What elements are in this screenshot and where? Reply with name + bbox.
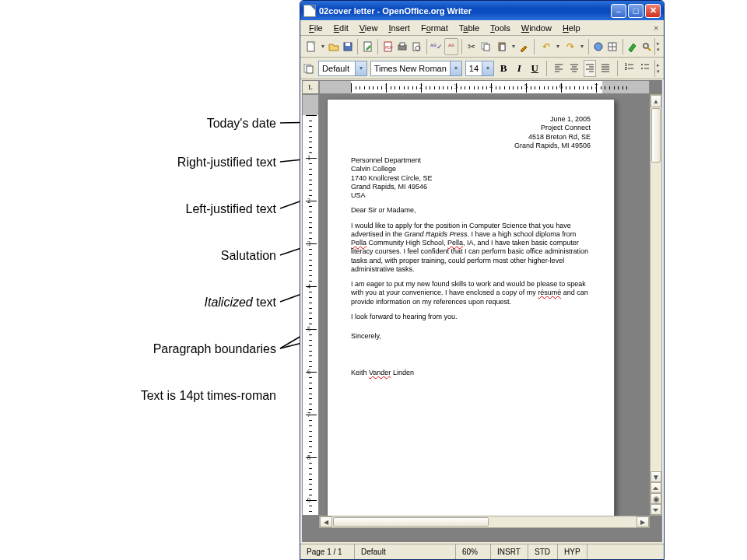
numbered-list-button[interactable]: 12 — [623, 60, 636, 77]
document-text[interactable]: June 1, 2005 Project Connect 4518 Breton… — [351, 115, 591, 516]
scroll-left-button[interactable]: ◀ — [320, 516, 332, 527]
format-paintbrush-button[interactable] — [517, 38, 531, 55]
bullet-list-button[interactable] — [639, 60, 651, 77]
status-hyp[interactable]: HYP — [558, 544, 587, 559]
annot-paragraph-boundaries: Paragraph boundaries — [153, 342, 276, 356]
print-button[interactable] — [395, 38, 409, 55]
letter-recipient2: Calvin College — [351, 165, 591, 173]
new-dropdown[interactable]: ▾ — [320, 43, 326, 50]
page-area[interactable]: June 1, 2005 Project Connect 4518 Breton… — [319, 94, 650, 516]
titlebar[interactable]: 02cover letter - OpenOffice.org Writer –… — [300, 1, 664, 20]
menu-edit[interactable]: Edit — [328, 22, 354, 34]
menu-help[interactable]: Help — [557, 22, 586, 34]
hyperlink-button[interactable] — [591, 38, 605, 55]
redo-button[interactable]: ↷ — [562, 38, 579, 55]
status-page[interactable]: Page 1 / 1 — [300, 544, 355, 559]
chevron-down-icon[interactable]: ▾ — [482, 61, 493, 75]
document-area: L 1234567 123456789 June 1, 2005 Project… — [302, 80, 662, 542]
menu-file[interactable]: File — [303, 22, 328, 34]
formatbar-overflow[interactable]: ▸▾ — [654, 60, 661, 77]
horizontal-ruler[interactable]: 1234567 — [319, 80, 650, 94]
align-left-button[interactable] — [552, 60, 565, 77]
status-zoom[interactable]: 60% — [456, 544, 491, 559]
menu-tools[interactable]: Tools — [485, 22, 516, 34]
menu-view[interactable]: View — [354, 22, 384, 34]
bold-button[interactable]: B — [497, 60, 510, 77]
ruler-corner: L — [302, 80, 319, 94]
hscroll-thumb[interactable] — [333, 517, 489, 527]
undo-button[interactable]: ↶ — [538, 38, 555, 55]
letter-recipient1: Personnel Department — [351, 156, 591, 165]
menu-window[interactable]: Window — [516, 22, 557, 34]
export-pdf-button[interactable]: PDF — [381, 38, 395, 55]
spellcheck-button[interactable]: ᴬᴮ✓ — [430, 38, 444, 55]
cut-button[interactable]: ✂ — [465, 38, 478, 55]
letter-salutation: Dear Sir or Madame, — [351, 206, 591, 215]
svg-text:PDF: PDF — [385, 45, 393, 50]
letter-recipient4: Grand Rapids, MI 49546 — [351, 183, 591, 191]
window-title: 02cover letter - OpenOffice.org Writer — [319, 6, 611, 16]
align-center-button[interactable] — [568, 60, 580, 77]
document-close-button[interactable]: × — [648, 22, 661, 34]
status-insert[interactable]: INSRT — [491, 544, 528, 559]
autospell-button[interactable]: ᴬᴮ — [444, 38, 458, 55]
chevron-down-icon[interactable]: ▾ — [355, 61, 366, 75]
prev-page-button[interactable]: ⏶ — [651, 482, 661, 493]
save-button[interactable] — [341, 38, 354, 55]
statusbar: Page 1 / 1 Default 60% INSRT STD HYP — [300, 544, 664, 559]
horizontal-scrollbar[interactable]: ◀ ▶ — [319, 516, 650, 528]
svg-rect-29 — [307, 66, 313, 73]
italic-button[interactable]: I — [513, 60, 525, 77]
vertical-scrollbar[interactable]: ▲ ▼ ⏶ ◉ ⏷ — [650, 94, 662, 516]
align-justify-button[interactable] — [599, 60, 612, 77]
chevron-down-icon[interactable]: ▾ — [450, 61, 461, 75]
app-window: 02cover letter - OpenOffice.org Writer –… — [300, 0, 665, 560]
paragraph-style-combo[interactable]: Default▾ — [318, 61, 367, 76]
svg-rect-14 — [400, 43, 405, 46]
navigation-button[interactable]: ◉ — [651, 493, 661, 504]
minimize-button[interactable]: – — [611, 4, 626, 18]
paste-button[interactable] — [493, 38, 510, 55]
status-style[interactable]: Default — [355, 544, 456, 559]
status-std[interactable]: STD — [528, 544, 558, 559]
redo-dropdown[interactable]: ▾ — [579, 43, 585, 50]
find-button[interactable] — [640, 38, 654, 55]
letter-signature: Keith Vander Linden — [351, 369, 591, 377]
scroll-up-button[interactable]: ▲ — [651, 95, 661, 107]
svg-point-50 — [641, 64, 643, 65]
table-button[interactable] — [605, 38, 619, 55]
letter-date: June 1, 2005 — [351, 115, 591, 124]
toolbar-overflow[interactable]: ▸▾ — [654, 38, 661, 55]
font-name-combo[interactable]: Times New Roman▾ — [370, 61, 462, 76]
open-button[interactable] — [327, 38, 340, 55]
scroll-down-button[interactable]: ▼ — [651, 471, 661, 482]
standard-toolbar: ▾ PDF ᴬᴮ✓ ᴬᴮ ✂ ▾ ↶▾ ↷▾ ▸▾ — [300, 36, 664, 58]
font-size-combo[interactable]: 14▾ — [465, 61, 494, 76]
align-right-button[interactable] — [584, 60, 596, 77]
letter-para3: I look forward to hearing from you. — [351, 313, 591, 321]
show-draw-button[interactable] — [626, 38, 639, 55]
annot-right-justified: Right-justified text — [177, 156, 276, 170]
letter-para1: I would like to apply for the position i… — [351, 222, 591, 275]
new-button[interactable] — [303, 38, 320, 55]
underline-button[interactable]: U — [528, 60, 541, 77]
annot-left-justified: Left-justified text — [186, 202, 277, 216]
menu-insert[interactable]: Insert — [383, 22, 416, 34]
next-page-button[interactable]: ⏷ — [651, 504, 661, 515]
copy-button[interactable] — [479, 38, 492, 55]
undo-dropdown[interactable]: ▾ — [555, 43, 561, 50]
styles-button[interactable] — [303, 60, 315, 77]
page: June 1, 2005 Project Connect 4518 Breton… — [327, 99, 615, 516]
scroll-right-button[interactable]: ▶ — [637, 516, 649, 527]
maximize-button[interactable]: □ — [628, 4, 644, 18]
letter-recipient5: USA — [351, 191, 591, 200]
page-preview-button[interactable] — [409, 38, 423, 55]
menu-table[interactable]: Table — [454, 22, 485, 34]
vertical-ruler[interactable]: 123456789 — [302, 94, 319, 516]
svg-rect-20 — [500, 44, 505, 51]
close-button[interactable]: ✕ — [645, 4, 661, 18]
paste-dropdown[interactable]: ▾ — [510, 43, 517, 50]
menu-format[interactable]: Format — [416, 22, 454, 34]
edit-doc-button[interactable] — [361, 38, 374, 55]
scroll-thumb[interactable] — [651, 108, 661, 163]
